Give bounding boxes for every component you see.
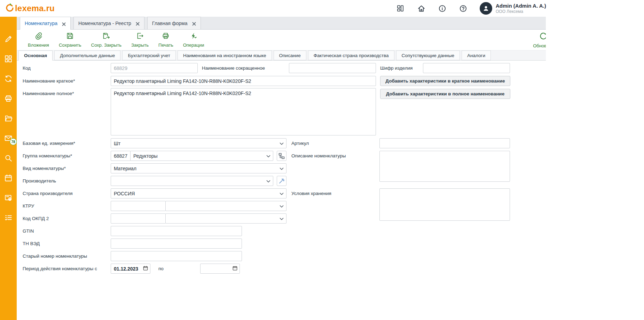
gtin-input[interactable] — [111, 226, 242, 236]
nomenclature-form: Код Наименование сокращенное Шифр издели… — [17, 61, 546, 320]
article-label: Артикул — [291, 138, 309, 148]
user-name: Admin (Admin A. A.) — [496, 3, 546, 9]
form-tab-osnovnaya[interactable]: Основная — [18, 50, 53, 61]
window-tab-nomenklatura[interactable]: Номенклатура — [20, 17, 71, 30]
print-queue-icon[interactable] — [4, 94, 13, 103]
help-icon[interactable] — [459, 4, 467, 13]
save-close-icon — [102, 32, 110, 41]
okpd2-code-input[interactable] — [111, 213, 166, 224]
operations-button[interactable]: Операции — [178, 32, 209, 48]
tasks-icon[interactable] — [4, 213, 13, 222]
close-tab-icon[interactable] — [192, 21, 196, 25]
old-number-label: Старый номер номенклатуры — [23, 251, 87, 261]
form-tab-opisanie[interactable]: Описание — [274, 50, 306, 60]
base-unit-select[interactable]: Шт — [111, 138, 286, 148]
manufacturer-label: Производитель — [23, 176, 56, 186]
product-cipher-label: Шифр изделия — [380, 63, 413, 73]
window-tab-bar: Номенклатура Номенклатура - Реестр Главн… — [17, 17, 546, 30]
chevron-down-icon — [280, 203, 284, 209]
add-characteristics-brief-button[interactable]: Добавить характеристики в краткое наимен… — [380, 76, 510, 86]
search-icon[interactable] — [4, 154, 13, 162]
user-menu[interactable]: Admin (Admin A. A.) ООО Лексема — [480, 0, 546, 17]
gtin-label: GTIN — [23, 226, 34, 236]
validity-from-date-input[interactable]: 01.12.2023 — [111, 264, 150, 274]
form-tab-inostranny-yazyk[interactable]: Наименования на иностранном языке — [178, 50, 272, 60]
window-tab-label: Номенклатура — [25, 21, 57, 26]
description-textarea[interactable] — [379, 151, 510, 182]
form-tab-soputstvuyushchie[interactable]: Сопутствующие данные — [396, 50, 460, 60]
form-tab-strana-proizvodstva[interactable]: Фактическая страна производства — [308, 50, 394, 60]
attachments-button[interactable]: Вложения — [23, 32, 54, 48]
group-select[interactable]: Редукторы — [130, 151, 273, 161]
manufacturer-select[interactable] — [111, 176, 273, 186]
close-button[interactable]: Закрыть — [126, 32, 154, 48]
save-button[interactable]: Сохранить — [54, 32, 86, 48]
okpd2-select[interactable] — [165, 213, 286, 224]
full-name-textarea[interactable]: Редуктор планетарный Liming FA142-10N-R8… — [111, 88, 376, 135]
calendar-icon[interactable] — [143, 266, 148, 272]
form-tab-dopolnitelnye[interactable]: Дополнительные данные — [54, 50, 120, 60]
brief-name-input[interactable] — [111, 76, 376, 86]
kind-label: Вид номенклатуры* — [23, 163, 66, 173]
chevron-down-icon — [280, 191, 284, 196]
header-icon-group — [396, 0, 467, 17]
country-select[interactable]: РОССИЯ — [111, 188, 286, 198]
action-toolbar: Вложения Сохранить Сохр. Закрыть Закрыть… — [17, 30, 546, 50]
chevron-down-icon — [280, 141, 284, 146]
refresh-icon — [539, 32, 546, 41]
article-input[interactable] — [379, 138, 510, 148]
storage-label: Условия хранения — [291, 188, 331, 198]
base-unit-label: Базовая ед. измерения* — [23, 138, 75, 148]
top-header: lexema.ru Admin (Admin A. A.) ООО Лексем — [0, 0, 644, 17]
storage-textarea[interactable] — [379, 188, 510, 221]
sync-icon[interactable] — [4, 75, 13, 83]
ktru-select[interactable] — [165, 201, 286, 211]
logo-text: lexema.ru — [15, 3, 55, 13]
group-tree-button[interactable] — [277, 151, 286, 161]
chevron-down-icon — [266, 178, 270, 184]
mail-icon[interactable]: 78 — [4, 134, 13, 142]
ktru-code-input[interactable] — [111, 201, 166, 211]
lightning-icon — [190, 32, 197, 41]
lexema-logo-icon — [5, 2, 15, 14]
info-icon[interactable] — [438, 4, 446, 13]
tnved-input[interactable] — [111, 239, 242, 249]
paperclip-icon — [34, 32, 42, 41]
window-tab-nomenklatura-reestr[interactable]: Номенклатура - Реестр — [73, 17, 144, 29]
code-input[interactable] — [111, 63, 198, 73]
ktru-label: КТРУ — [23, 201, 34, 211]
form-tab-analogi[interactable]: Аналоги — [462, 50, 491, 60]
user-avatar-icon — [480, 2, 492, 15]
form-tab-buhuchet[interactable]: Бухгалтерский учет — [122, 50, 176, 60]
lexema-logo[interactable]: lexema.ru — [5, 2, 55, 14]
window-tab-glavnaya-forma[interactable]: Главная форма — [147, 17, 201, 29]
short-name-input[interactable] — [289, 63, 376, 73]
refresh-button[interactable]: Обновить — [533, 32, 546, 48]
save-close-button[interactable]: Сохр. Закрыть — [86, 32, 127, 48]
calendar-icon[interactable] — [233, 266, 237, 272]
window-tab-label: Главная форма — [152, 21, 188, 26]
description-label: Описание номенклатуры — [291, 151, 346, 161]
window-tab-label: Номенклатура - Реестр — [78, 21, 131, 26]
group-label: Группа номенклатуры* — [23, 151, 72, 161]
apps-icon[interactable] — [396, 4, 405, 13]
close-tab-icon[interactable] — [136, 21, 140, 25]
manufacturer-wizard-button[interactable] — [277, 176, 286, 186]
validity-to-date-input[interactable] — [200, 264, 240, 274]
close-tab-icon[interactable] — [62, 22, 66, 25]
edit-icon[interactable] — [4, 35, 13, 43]
old-number-input[interactable] — [111, 251, 242, 261]
calendar-icon[interactable] — [4, 174, 13, 182]
print-button[interactable]: Печать — [154, 32, 178, 48]
blocks-icon[interactable] — [4, 55, 13, 63]
equipment-settings-icon[interactable] — [4, 194, 13, 202]
product-cipher-input[interactable] — [423, 63, 510, 73]
home-icon[interactable] — [417, 4, 425, 13]
add-characteristics-full-button[interactable]: Добавить характеристики в полное наимено… — [380, 89, 510, 99]
folder-icon[interactable] — [4, 114, 13, 123]
mail-badge: 78 — [10, 138, 17, 145]
main-content: Номенклатура Номенклатура - Реестр Главн… — [17, 17, 546, 320]
tnved-label: ТН ВЭД — [23, 239, 40, 249]
kind-select[interactable]: Материал — [111, 163, 286, 173]
group-code-input[interactable] — [111, 151, 131, 161]
